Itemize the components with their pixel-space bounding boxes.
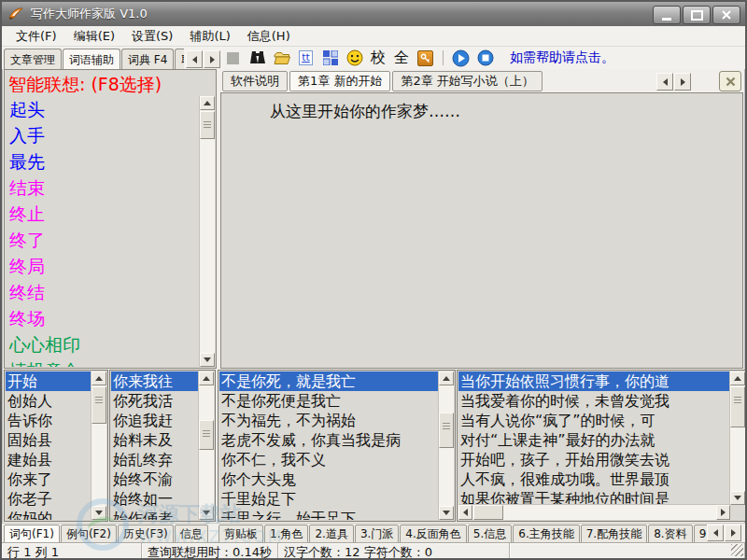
category-tab[interactable]: 6.主角技能 [513,525,579,544]
word-item[interactable]: 对付“上课走神”最好的办法就 [458,430,730,450]
assoc-item[interactable]: 终局 [7,253,199,279]
scroll-down-button[interactable] [92,506,106,520]
category-tab[interactable]: 3.门派 [355,525,399,544]
assoc-item[interactable]: 终止 [7,201,199,227]
scroll-down-button[interactable] [200,353,215,367]
tab-scroll-right-button[interactable] [204,50,220,68]
scrollbar-thumb[interactable] [439,413,454,448]
assoc-item[interactable]: 起头 [7,96,199,122]
word-item[interactable]: 不为福先，不为祸始 [219,411,439,430]
tab-scroll-left-button[interactable] [186,50,203,68]
category-tab[interactable]: 2.道具 [309,525,353,544]
assoc-item[interactable]: 最先 [7,148,199,175]
word-item[interactable]: 你个大头鬼 [219,469,439,489]
assoc-item[interactable]: 终场 [7,305,199,331]
word-item[interactable]: 你妈的 [6,509,92,520]
editor-text-area[interactable]: 从这里开始你的作家梦…… [220,92,743,369]
word-item[interactable]: 你老子 [6,489,92,509]
word-item[interactable]: 千里始足下 [219,489,439,509]
scrollbar-thumb[interactable] [199,420,214,450]
bottom-tab-scroll-left-button[interactable] [707,525,724,541]
document-tab[interactable]: 第1章 新的开始 [289,71,390,91]
assoc-item[interactable]: 终结 [7,279,199,305]
word-item[interactable]: 不是你死，就是我亡 [219,371,439,391]
proofread-button[interactable]: 校 [370,49,387,68]
assoc-item[interactable]: 情投意合 [7,357,199,367]
scroll-left-button[interactable] [458,505,472,520]
scrollbar-thumb[interactable] [200,111,215,139]
stop-icon[interactable] [476,49,494,67]
category-tab[interactable]: 1.角色 [264,525,308,544]
word-item[interactable]: 开始 [6,371,92,391]
menu-item[interactable]: 设置(S) [123,26,181,47]
word-item[interactable]: 千里之行，始于足下 [219,509,439,520]
word-item[interactable]: 你来了 [6,469,92,489]
horizontal-scrollbar[interactable] [458,504,730,520]
category-tab[interactable]: 5.信息 [468,525,512,544]
word-item[interactable]: 当我爱着你的时候，未曾发觉我 [458,391,730,411]
bottom-tab-scroll-right-button[interactable] [725,525,741,541]
scrollbar-thumb[interactable] [92,386,106,424]
word-item[interactable]: 建始县 [6,450,92,469]
scroll-up-button[interactable] [439,371,454,385]
minimize-button[interactable] [653,6,681,24]
scroll-down-button[interactable] [730,491,745,505]
menu-item[interactable]: 信息(H) [239,26,299,47]
menu-item[interactable]: 辅助(L) [181,26,238,47]
vertical-scrollbar[interactable] [729,371,745,505]
module-tab[interactable]: 文章管理 [4,49,62,69]
scroll-down-button[interactable] [439,506,454,520]
word-item[interactable]: 始作俑者 [111,509,199,520]
maximize-button[interactable] [683,6,711,24]
document-tab[interactable]: 软件说明 [222,71,288,91]
vertical-scrollbar[interactable] [438,371,454,520]
word-item[interactable]: 始终如一 [111,489,199,509]
key-icon[interactable] [416,49,434,67]
word-item[interactable]: 当有人说你“疯了”的时候，可 [458,411,730,430]
assoc-item[interactable]: 结束 [7,175,199,201]
open-folder-icon[interactable] [273,49,290,67]
result-tab[interactable]: 信息 [175,525,208,544]
doc-tab-scroll-right-button[interactable] [674,73,691,91]
result-tab[interactable]: 词句(F1) [4,525,60,544]
result-tab[interactable]: 例句(F2) [61,525,117,544]
scroll-down-button[interactable] [199,506,214,520]
word-item[interactable]: 当你开始依照习惯行事，你的道 [458,371,730,391]
document-close-button[interactable] [719,71,741,91]
resize-grip[interactable] [731,544,743,556]
tile-windows-icon[interactable] [321,49,339,67]
category-tab[interactable]: 4.反面角色 [400,525,466,544]
module-tab[interactable]: 词典 F4 [121,49,174,69]
doc-tab-scroll-left-button[interactable] [656,73,673,91]
vertical-scrollbar[interactable] [199,96,215,367]
vertical-scrollbar[interactable] [198,371,214,520]
smiley-icon[interactable] [345,49,363,67]
assoc-item[interactable]: 终了 [7,227,199,253]
word-item[interactable]: 创始人 [6,391,92,411]
category-tab[interactable]: 7.配角技能 [581,525,647,544]
scroll-up-button[interactable] [92,371,106,385]
word-item[interactable]: 固始县 [6,430,92,450]
category-tab[interactable]: 8.资料 [648,525,692,544]
scroll-up-button[interactable] [199,371,214,385]
word-item[interactable]: 你死我活 [111,391,199,411]
word-item[interactable]: 你来我往 [111,371,199,391]
word-item[interactable]: 开始吧，孩子，开始用微笑去说 [458,450,730,469]
category-tab[interactable]: 剪贴板 [218,525,263,544]
menu-item[interactable]: 编辑(E) [65,26,123,47]
play-icon[interactable] [452,49,470,67]
assoc-item[interactable]: 心心相印 [7,331,199,357]
word-item[interactable]: 告诉你 [6,411,92,430]
document-tab[interactable]: 第2章 开始写小说（上） [392,71,542,91]
vertical-scrollbar[interactable] [91,371,106,520]
assoc-item[interactable]: 入手 [7,122,199,148]
word-item[interactable]: 始终不渝 [111,469,199,489]
module-tab[interactable]: 词语辅助 [63,49,120,69]
word-item[interactable]: 你追我赶 [111,411,199,430]
close-button[interactable] [712,6,740,24]
word-item[interactable]: 始乱终弃 [111,450,199,469]
select-all-button[interactable]: 全 [393,49,410,68]
find-icon[interactable] [248,49,266,67]
module-tab[interactable]: 取 [175,49,184,69]
scroll-up-button[interactable] [730,371,745,385]
